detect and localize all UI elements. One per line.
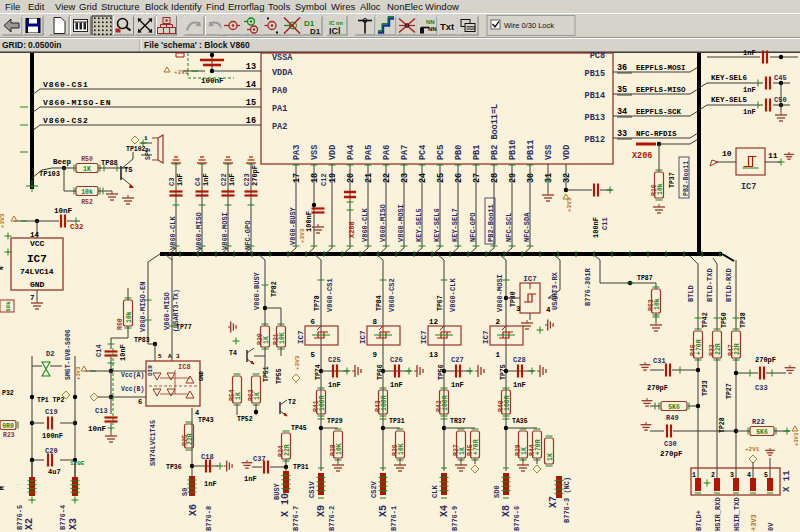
svg-text:Txt: Txt — [440, 21, 455, 32]
svg-text:R49: R49 — [666, 414, 679, 422]
svg-text:S0: S0 — [181, 488, 189, 496]
svg-text:X8: X8 — [501, 505, 512, 517]
svg-text:NonElec: NonElec — [387, 1, 423, 12]
svg-text:2: 2 — [711, 472, 715, 479]
svg-text:100nF: 100nF — [42, 432, 63, 440]
svg-text:KEY-SEL6: KEY-SEL6 — [433, 208, 441, 242]
svg-text:34: 34 — [617, 107, 627, 117]
svg-text:1: 1 — [692, 472, 696, 479]
svg-text:Errorflag: Errorflag — [228, 1, 264, 12]
svg-text:TP78: TP78 — [314, 295, 321, 311]
svg-text:1nF: 1nF — [513, 381, 526, 389]
svg-text:10nF: 10nF — [54, 207, 73, 215]
svg-text:V860-CLK: V860-CLK — [169, 216, 177, 250]
svg-text:PB0: PB0 — [454, 145, 464, 160]
svg-text:KEY-SEL5: KEY-SEL5 — [711, 96, 748, 104]
svg-text:HSIR_RXD: HSIR_RXD — [714, 497, 722, 531]
svg-text:C13: C13 — [95, 407, 108, 415]
svg-text:13: 13 — [429, 351, 439, 359]
svg-text:B776-6: B776-6 — [513, 506, 521, 531]
svg-text:TP36: TP36 — [166, 464, 182, 471]
svg-text:GRID:: GRID: — [2, 40, 26, 50]
svg-text:3: 3 — [516, 305, 521, 313]
svg-text:4: 4 — [195, 409, 199, 417]
svg-text:KEY-SEL7: KEY-SEL7 — [451, 208, 459, 242]
svg-text:EEPFLS-MOSI: EEPFLS-MOSI — [636, 64, 686, 72]
svg-text:File: File — [5, 1, 20, 12]
svg-text:TP67: TP67 — [437, 295, 444, 311]
svg-text:10k: 10k — [126, 311, 133, 323]
svg-text:+2V1: +2V1 — [745, 446, 760, 453]
svg-text:1nF: 1nF — [451, 381, 464, 389]
svg-text:10nF: 10nF — [119, 344, 127, 361]
svg-text:X7: X7 — [548, 496, 559, 508]
svg-text:IC7: IC7 — [359, 330, 367, 344]
svg-text:17: 17 — [292, 173, 302, 183]
svg-text:CS2V: CS2V — [370, 480, 378, 498]
svg-text:KEY-SEL5: KEY-SEL5 — [415, 208, 423, 242]
svg-text:TP37: TP37 — [669, 172, 676, 188]
svg-text:1nF: 1nF — [743, 86, 756, 94]
svg-text:1nF: 1nF — [390, 381, 403, 389]
svg-text:V860-MOSI: V860-MOSI — [397, 204, 405, 242]
svg-text:1K: 1K — [459, 447, 466, 455]
svg-text:C14: C14 — [95, 344, 103, 357]
svg-text:C12: C12 — [320, 173, 328, 186]
svg-text:VSS: VSS — [310, 145, 320, 160]
svg-text:0V: 0V — [767, 522, 775, 531]
svg-text:TP50: TP50 — [721, 312, 728, 328]
svg-text:T4: T4 — [229, 350, 237, 357]
svg-text:24: 24 — [418, 173, 428, 183]
svg-text:VDDA: VDDA — [272, 68, 293, 78]
svg-text:VCC: VCC — [30, 239, 45, 248]
svg-text:5: 5 — [310, 351, 315, 359]
svg-text:IC7: IC7 — [482, 330, 490, 344]
svg-text:C32: C32 — [70, 223, 84, 231]
svg-text:TP84: TP84 — [376, 295, 383, 311]
svg-text:BTLD: BTLD — [687, 285, 695, 302]
svg-text:VDD: VDD — [562, 145, 572, 160]
svg-text:VSSA: VSSA — [272, 53, 293, 63]
svg-text:B776-1: B776-1 — [390, 506, 398, 531]
svg-text:X2: X2 — [24, 518, 35, 530]
svg-text:M: M — [0, 486, 6, 490]
svg-text:4u7: 4u7 — [48, 468, 61, 476]
svg-text:26: 26 — [454, 173, 464, 183]
svg-text:View: View — [55, 1, 76, 12]
svg-text:0.0500in: 0.0500in — [28, 40, 62, 50]
svg-text:R52: R52 — [81, 199, 93, 206]
svg-text:V860-CS2: V860-CS2 — [388, 278, 396, 312]
svg-text:10k: 10k — [5, 301, 12, 312]
svg-text:D1: D1 — [310, 27, 321, 36]
svg-text:11: 11 — [768, 151, 778, 160]
svg-text:TP103: TP103 — [39, 170, 60, 178]
svg-text:C31: C31 — [653, 357, 666, 365]
svg-text:PA1: PA1 — [272, 104, 287, 114]
svg-text:TP83: TP83 — [134, 337, 150, 344]
svg-text:22R: 22R — [715, 343, 722, 355]
svg-text:PB13: PB13 — [585, 113, 605, 123]
svg-text:X5: X5 — [378, 505, 389, 517]
svg-text:1: 1 — [495, 351, 500, 359]
svg-text:C27: C27 — [451, 356, 464, 364]
svg-text:10nF: 10nF — [88, 425, 107, 433]
svg-text:TP31: TP31 — [293, 464, 309, 471]
svg-text:X208: X208 — [348, 221, 356, 238]
svg-text:EEPFLS-MISO: EEPFLS-MISO — [636, 86, 686, 94]
svg-text:EEPFLS-SCK: EEPFLS-SCK — [636, 108, 682, 116]
svg-text:270pF: 270pF — [647, 384, 668, 392]
svg-text:35: 35 — [617, 85, 627, 95]
svg-text:Window: Window — [425, 1, 459, 12]
svg-text:1K: 1K — [521, 447, 528, 455]
svg-text:36: 36 — [617, 63, 627, 73]
svg-text:Tools: Tools — [268, 1, 290, 12]
svg-text:23: 23 — [400, 173, 410, 183]
svg-text:PA6: PA6 — [382, 145, 392, 160]
svg-text:6: 6 — [138, 398, 142, 406]
svg-text:NN: NN — [426, 19, 435, 25]
svg-text:12: 12 — [429, 318, 439, 326]
svg-text:7: 7 — [30, 294, 35, 302]
svg-text:NFC-RFDIS: NFC-RFDIS — [636, 130, 677, 138]
svg-text:V860-CLK: V860-CLK — [449, 278, 457, 312]
svg-text:1: 1 — [144, 135, 148, 142]
